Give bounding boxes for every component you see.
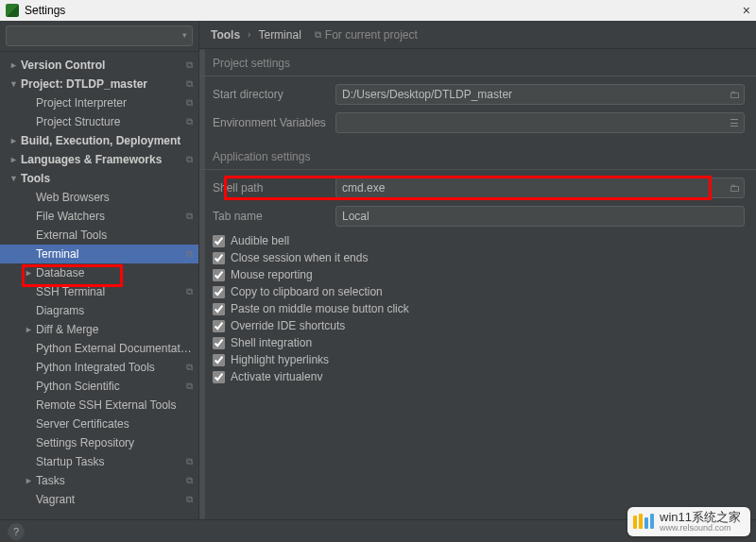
checkbox-label: Paste on middle mouse button click [231,302,409,315]
app-icon [6,4,19,17]
sidebar-item-label: Python Integrated Tools [36,361,182,374]
checkbox-audible-bell[interactable] [213,235,225,247]
checkbox-highlight-hyperlinks[interactable] [213,354,225,366]
watermark: win11系统之家 www.relsound.com [627,507,750,536]
sidebar-item-terminal[interactable]: Terminal⧉ [0,245,198,263]
input-start-directory[interactable] [336,86,725,103]
sidebar: 🔍 ▾ ►Version Control⧉▼Project: DTLDP_mas… [0,21,199,519]
list-icon[interactable]: ☰ [725,117,744,129]
checkbox-label: Audible bell [231,234,289,247]
sidebar-item-server-certificates[interactable]: Server Certificates [0,415,198,433]
project-scope-icon: ⧉ [186,494,193,505]
check-row-shell-integration: Shell integration [199,334,756,351]
sidebar-item-project-interpreter[interactable]: Project Interpreter⧉ [0,93,198,112]
label-start-directory: Start directory [213,88,335,101]
checkbox-label: Mouse reporting [231,268,313,281]
sidebar-item-tasks[interactable]: ►Tasks⧉ [0,471,198,490]
folder-icon[interactable]: 🗀 [725,89,744,100]
chevron-icon: ► [9,136,21,145]
sidebar-item-web-browsers[interactable]: Web Browsers [0,188,198,207]
sidebar-item-label: Terminal [36,247,182,261]
sidebar-item-label: Project: DTLDP_master [21,77,182,91]
row-tab-name: Tab name [199,204,756,229]
checkbox-activate-virtualenv[interactable] [213,371,225,383]
sidebar-item-external-tools[interactable]: External Tools [0,226,198,245]
sidebar-item-tools[interactable]: ▼Tools [0,169,198,188]
row-start-directory: Start directory 🗀 [199,82,756,107]
sidebar-item-label: External Tools [36,229,193,242]
window-titlebar: Settings × [0,0,756,21]
search-input[interactable] [6,25,193,46]
sidebar-item-label: Version Control [21,59,182,72]
chevron-icon: ▼ [9,79,21,89]
sidebar-item-remote-ssh-external-tools[interactable]: Remote SSH External Tools [0,396,198,415]
checkbox-override-ide-shortcuts[interactable] [213,320,225,332]
scope-indicator: ⧉ For current project [315,28,418,42]
chevron-icon: ► [9,155,21,164]
section-project-settings: Project settings [199,49,756,76]
sidebar-item-project-structure[interactable]: Project Structure⧉ [0,112,198,131]
breadcrumb-root[interactable]: Tools [211,28,240,42]
checkbox-close-session-when-it-ends[interactable] [213,252,225,264]
sidebar-item-label: Settings Repository [36,436,193,449]
sidebar-item-label: File Watchers [36,210,182,223]
sidebar-item-label: Build, Execution, Deployment [21,134,193,147]
project-scope-icon: ⧉ [186,211,193,222]
checkbox-label: Close session when it ends [231,251,368,264]
sidebar-item-vagrant[interactable]: Vagrant⧉ [0,490,198,509]
sidebar-item-python-external-documentation[interactable]: Python External Documentation [0,339,198,358]
help-button[interactable]: ? [8,523,25,540]
scrollbar[interactable] [199,49,205,519]
folder-icon[interactable]: 🗀 [725,182,744,194]
sidebar-item-ssh-terminal[interactable]: SSH Terminal⧉ [0,282,198,301]
sidebar-item-label: Remote SSH External Tools [36,398,193,412]
checkbox-group: Audible bellClose session when it endsMo… [199,232,756,385]
checkbox-shell-integration[interactable] [213,337,225,349]
checkbox-paste-on-middle-mouse-button-click[interactable] [213,303,225,315]
sidebar-item-python-scientific[interactable]: Python Scientific⧉ [0,377,198,396]
project-scope-icon: ⧉ [186,59,193,71]
sidebar-item-build-execution-deployment[interactable]: ►Build, Execution, Deployment [0,131,198,150]
sidebar-item-diff-merge[interactable]: ►Diff & Merge [0,320,198,339]
watermark-title: win11系统之家 [660,511,741,524]
checkbox-label: Highlight hyperlinks [231,353,329,366]
check-row-highlight-hyperlinks: Highlight hyperlinks [199,351,756,368]
check-row-override-ide-shortcuts: Override IDE shortcuts [199,317,756,334]
input-env-vars[interactable] [336,114,725,131]
checkbox-label: Copy to clipboard on selection [231,285,383,298]
sidebar-item-label: Python Scientific [36,380,182,393]
check-row-copy-to-clipboard-on-selection: Copy to clipboard on selection [199,283,756,300]
watermark-logo-icon [633,514,654,529]
project-scope-icon: ⧉ [315,29,321,41]
sidebar-item-version-control[interactable]: ►Version Control⧉ [0,56,198,75]
sidebar-item-file-watchers[interactable]: File Watchers⧉ [0,207,198,226]
sidebar-item-label: Server Certificates [36,417,193,431]
checkbox-copy-to-clipboard-on-selection[interactable] [213,286,225,298]
check-row-mouse-reporting: Mouse reporting [199,266,756,283]
sidebar-item-label: Diff & Merge [36,323,193,336]
chevron-down-icon[interactable]: ▾ [182,30,187,40]
input-shell-path[interactable] [336,179,725,196]
sidebar-item-label: Project Structure [36,115,182,128]
sidebar-item-languages-frameworks[interactable]: ►Languages & Frameworks⧉ [0,150,198,169]
sidebar-item-settings-repository[interactable]: Settings Repository [0,433,198,452]
project-scope-icon: ⧉ [186,475,193,486]
row-shell-path: Shell path 🗀 [199,176,756,200]
watermark-subtitle: www.relsound.com [660,524,741,533]
check-row-audible-bell: Audible bell [199,232,756,249]
sidebar-item-label: Web Browsers [36,191,193,204]
chevron-right-icon: › [248,29,250,40]
close-icon[interactable]: × [743,3,750,18]
project-scope-icon: ⧉ [186,154,193,165]
checkbox-mouse-reporting[interactable] [213,269,225,281]
sidebar-item-database[interactable]: ►Database [0,263,198,282]
sidebar-item-startup-tasks[interactable]: Startup Tasks⧉ [0,452,198,471]
sidebar-item-project-dtldp-master[interactable]: ▼Project: DTLDP_master⧉ [0,75,198,93]
input-tab-name[interactable] [336,208,744,225]
checkbox-label: Activate virtualenv [231,370,322,383]
checkbox-label: Override IDE shortcuts [231,319,345,332]
chevron-icon: ► [25,325,36,334]
sidebar-item-diagrams[interactable]: Diagrams [0,301,198,320]
project-scope-icon: ⧉ [186,381,193,392]
sidebar-item-python-integrated-tools[interactable]: Python Integrated Tools⧉ [0,358,198,377]
